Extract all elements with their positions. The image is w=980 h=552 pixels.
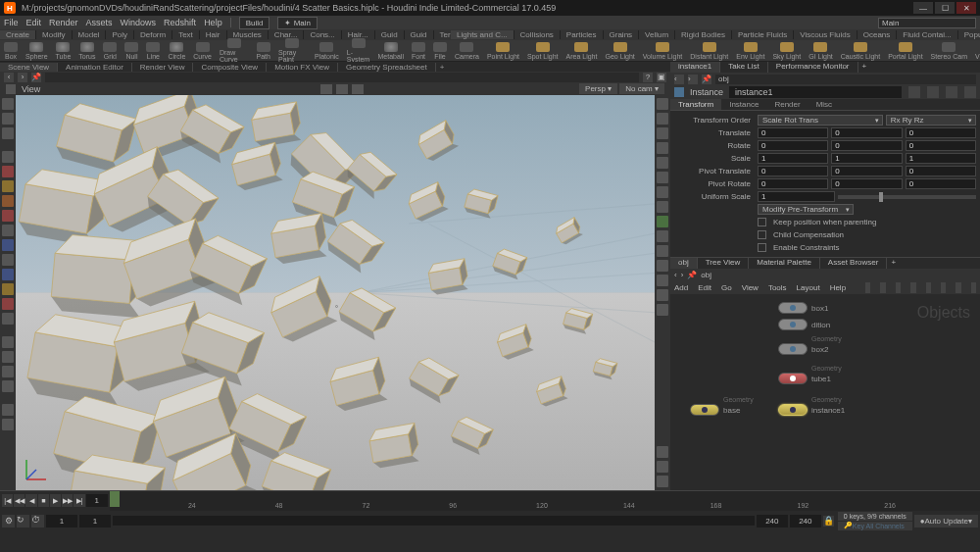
tool-icon[interactable]	[2, 180, 14, 192]
pin-icon[interactable]: 📌	[31, 73, 41, 82]
tool-icon[interactable]	[2, 239, 14, 251]
help-icon[interactable]	[964, 86, 976, 98]
menu-assets[interactable]: Assets	[86, 18, 113, 27]
shelf-tab[interactable]: Viscous Fluids	[794, 30, 857, 39]
np-go[interactable]: Go	[721, 283, 732, 292]
display-opt-icon[interactable]	[657, 216, 668, 227]
realtime-icon[interactable]: ⏱	[31, 515, 44, 527]
pty-field[interactable]: 0	[831, 166, 902, 176]
pin-icon[interactable]: 📌	[702, 75, 711, 84]
shelf-torus[interactable]: Torus	[78, 42, 95, 60]
prev-frame-button[interactable]: ◀◀	[14, 494, 24, 507]
tx-field[interactable]: 0	[758, 127, 828, 138]
pry-field[interactable]: 0	[831, 178, 902, 189]
shelf-circle[interactable]: Circle	[168, 42, 185, 60]
shelf-tab[interactable]: Cons...	[304, 30, 341, 39]
nav-fwd-icon[interactable]: ›	[18, 73, 27, 82]
loop-icon[interactable]: ↻	[17, 515, 29, 527]
display-opt-icon[interactable]	[657, 476, 668, 487]
network-tool-icon[interactable]	[896, 282, 901, 293]
shelf-arealight[interactable]: Area Light	[566, 42, 598, 60]
display-opt-icon[interactable]	[657, 245, 668, 257]
shelf-tab[interactable]: Guid	[375, 30, 405, 39]
select-tool[interactable]	[2, 98, 14, 110]
rz-field[interactable]: 0	[906, 140, 976, 151]
view-tool-icon[interactable]	[336, 84, 348, 94]
tab-perfmon[interactable]: Performance Monitor	[768, 62, 858, 73]
enable-const-checkbox[interactable]	[758, 243, 766, 252]
shelf-metaball[interactable]: Metaball	[378, 42, 404, 60]
shelf-envlight[interactable]: Env Light	[736, 42, 764, 60]
np-help[interactable]: Help	[830, 283, 846, 292]
display-opt-icon[interactable]	[657, 142, 668, 154]
network-tool-icon[interactable]	[971, 282, 976, 293]
network-tool-icon[interactable]	[926, 282, 931, 293]
shelf-tab[interactable]: Vellum	[639, 30, 675, 39]
np-tools[interactable]: Tools	[768, 283, 787, 292]
shelf-camera[interactable]: Camera	[455, 42, 479, 60]
lock-icon[interactable]: 🔒	[823, 516, 834, 527]
maximize-button[interactable]: ☐	[935, 2, 955, 14]
view-tool-icon[interactable]	[320, 84, 332, 94]
nav-back-icon[interactable]: ‹	[4, 73, 14, 82]
viewport-3d[interactable]	[16, 95, 655, 490]
shelf-null[interactable]: Null	[124, 42, 138, 60]
nav-fwd-icon[interactable]: ›	[688, 75, 698, 84]
shelf-tab[interactable]: Guid	[405, 30, 434, 39]
display-opt-icon[interactable]	[657, 98, 668, 110]
node-position[interactable]: dition	[778, 319, 830, 330]
display-opt-icon[interactable]	[657, 127, 668, 139]
child-comp-checkbox[interactable]	[758, 230, 766, 239]
display-opt-icon[interactable]	[657, 260, 668, 272]
tool-icon[interactable]	[2, 195, 14, 207]
tab-instance[interactable]: Instance	[721, 99, 766, 110]
shelf-tab[interactable]: Modify	[36, 30, 73, 39]
range-slider[interactable]	[113, 516, 755, 526]
tab-network-obj[interactable]: obj	[670, 258, 698, 269]
shelf-tab[interactable]: Populate Con...	[958, 30, 980, 39]
view-tool-icon[interactable]	[352, 84, 364, 94]
shelf-geolight[interactable]: Geo Light	[605, 42, 634, 60]
tab-motionfx[interactable]: Motion FX View	[267, 63, 338, 72]
shelf-tab[interactable]: Create	[0, 30, 36, 39]
add-tab-button[interactable]: +	[436, 63, 449, 72]
arrow-tool[interactable]	[2, 151, 14, 163]
shelf-tab[interactable]: Particle Fluids	[732, 30, 794, 39]
node-name-field[interactable]: instance1	[729, 86, 902, 98]
uscale-slider[interactable]	[838, 195, 976, 199]
tab-treeview[interactable]: Tree View	[698, 258, 750, 269]
np-add[interactable]: Add	[674, 283, 688, 292]
display-opt-icon[interactable]	[657, 461, 668, 473]
tool-icon[interactable]	[2, 419, 14, 430]
expand-icon[interactable]: ▣	[657, 73, 666, 82]
shelf-curve[interactable]: Curve	[193, 42, 212, 60]
last-frame-button[interactable]: ▶|	[74, 494, 84, 507]
prz-field[interactable]: 0	[906, 178, 976, 189]
shelf-font[interactable]: Font	[412, 42, 425, 60]
ry-field[interactable]: 0	[831, 140, 902, 151]
display-opt-icon[interactable]	[657, 113, 668, 125]
persp-dropdown[interactable]: Persp ▾	[579, 83, 617, 94]
auto-update-dropdown[interactable]: ● Auto Update ▾	[914, 515, 978, 527]
shelf-caustic[interactable]: Caustic Light	[841, 42, 880, 60]
tab-assetbrowser[interactable]: Asset Browser	[820, 258, 888, 269]
network-tool-icon[interactable]	[956, 282, 960, 293]
shelf-tab[interactable]: Rigid Bodies	[675, 30, 732, 39]
shelf-file[interactable]: File	[433, 42, 447, 60]
menu-help[interactable]: Help	[204, 18, 222, 27]
tab-renderview[interactable]: Render View	[132, 63, 194, 72]
path-field[interactable]: obj	[715, 75, 976, 84]
tab-render[interactable]: Render	[766, 99, 808, 110]
nav-fwd-icon[interactable]: ›	[681, 271, 684, 279]
radial-dropdown[interactable]: ✦ Main	[277, 17, 318, 29]
tool-icon[interactable]	[2, 254, 14, 266]
network-tool-icon[interactable]	[941, 282, 946, 293]
shelf-vrcam[interactable]: VR Camera	[975, 42, 980, 60]
pin-icon[interactable]: 📌	[687, 271, 697, 279]
path-field[interactable]	[45, 73, 639, 82]
snap-icon[interactable]	[2, 351, 14, 363]
shelf-lsystem[interactable]: L-System	[347, 38, 370, 63]
tool-icon[interactable]	[2, 166, 14, 177]
shelf-distlight[interactable]: Distant Light	[690, 42, 728, 60]
transform-order-dropdown[interactable]: Scale Rot Trans	[758, 115, 883, 125]
